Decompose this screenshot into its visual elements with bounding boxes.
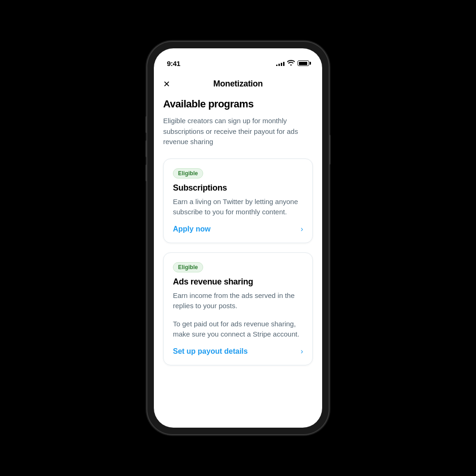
subscriptions-chevron-icon: › [301,225,303,233]
close-button[interactable]: ✕ [163,80,170,88]
wifi-icon [287,60,295,67]
subscriptions-apply-link[interactable]: Apply now › [173,225,303,233]
ads-revenue-chevron-icon: › [301,347,303,356]
subscriptions-card: Eligible Subscriptions Earn a living on … [163,159,313,243]
ads-revenue-payout-text[interactable]: Set up payout details [173,347,248,356]
ads-revenue-card-desc: Earn income from the ads served in the r… [173,291,303,311]
ads-revenue-payout-link[interactable]: Set up payout details › [173,347,303,356]
ads-revenue-card-title: Ads revenue sharing [173,277,303,287]
subscriptions-card-desc: Earn a living on Twitter by letting anyo… [173,197,303,218]
subscriptions-apply-text[interactable]: Apply now [173,225,211,233]
phone-screen: 9:41 [154,48,322,428]
battery-icon [298,60,309,66]
app-content[interactable]: ✕ Monetization Available programs Eligib… [154,72,322,428]
status-icons [276,60,309,67]
section-description: Eligible creators can sign up for monthl… [163,116,313,147]
status-time: 9:41 [167,60,180,67]
subscriptions-eligible-badge: Eligible [173,168,203,178]
available-programs-section: Available programs Eligible creators can… [163,98,313,147]
page-header: ✕ Monetization [163,72,313,98]
subscriptions-card-title: Subscriptions [173,183,303,193]
page-title: Monetization [213,79,263,89]
section-title: Available programs [163,98,313,110]
ads-revenue-card-desc-secondary: To get paid out for ads revenue sharing,… [173,319,303,340]
signal-icon [276,60,284,66]
status-bar: 9:41 [154,48,322,72]
phone-device: 9:41 [147,42,329,434]
ads-revenue-eligible-badge: Eligible [173,262,203,272]
ads-revenue-card: Eligible Ads revenue sharing Earn income… [163,252,313,365]
